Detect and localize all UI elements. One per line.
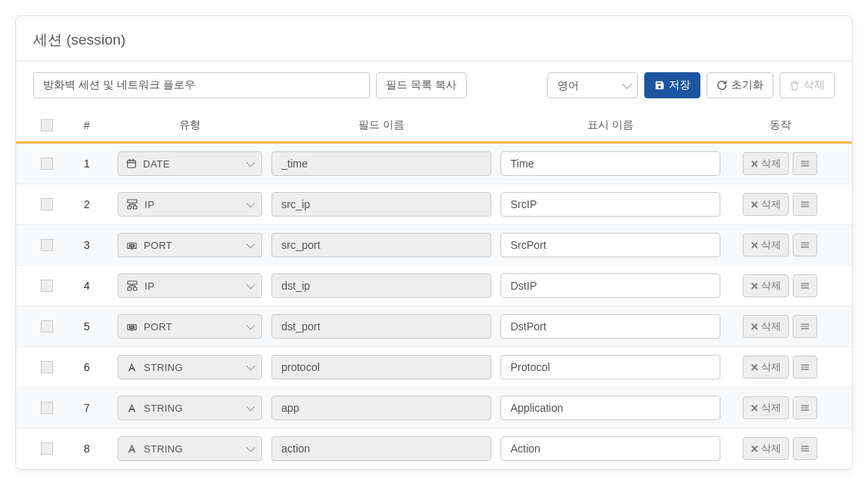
type-select[interactable]: STRING xyxy=(118,396,262,420)
field-name-input[interactable] xyxy=(271,233,491,257)
table-row: 7 STRING ✕ 삭제 xyxy=(16,388,852,429)
field-name-input[interactable] xyxy=(271,151,491,176)
table-row: 5 PORT ✕ 삭제 xyxy=(16,306,852,347)
type-select[interactable]: PORT xyxy=(118,233,262,257)
type-select[interactable]: DATE xyxy=(118,151,262,176)
field-name-input[interactable] xyxy=(271,436,491,461)
display-name-input[interactable] xyxy=(501,233,720,257)
row-index: 7 xyxy=(61,402,113,414)
type-select[interactable]: STRING xyxy=(118,355,262,379)
type-label: PORT xyxy=(144,240,172,251)
delete-button[interactable]: 삭제 xyxy=(780,72,835,98)
string-type-icon xyxy=(126,362,138,373)
delete-label: 삭제 xyxy=(803,78,825,92)
save-button[interactable]: 저장 xyxy=(644,72,700,98)
close-icon: ✕ xyxy=(750,321,759,333)
svg-rect-27 xyxy=(128,281,137,284)
ip-type-icon xyxy=(126,280,138,291)
row-drag-handle[interactable] xyxy=(793,274,817,297)
row-drag-handle[interactable] xyxy=(793,234,817,257)
save-icon xyxy=(654,80,665,91)
row-delete-label: 삭제 xyxy=(761,238,781,252)
description-input[interactable] xyxy=(33,72,370,98)
table-row: 1 DATE ✕ 삭제 xyxy=(16,144,852,184)
toolbar: 필드 목록 복사 영어 저장 초기화 xyxy=(16,61,852,109)
close-icon: ✕ xyxy=(750,158,759,170)
row-checkbox[interactable] xyxy=(41,361,53,373)
row-drag-handle[interactable] xyxy=(793,152,817,175)
column-type: 유형 xyxy=(113,118,267,132)
language-select[interactable]: 영어 xyxy=(547,72,638,98)
type-label: STRING xyxy=(144,402,183,414)
row-drag-handle[interactable] xyxy=(793,356,817,379)
port-type-icon xyxy=(126,321,138,332)
type-select[interactable]: STRING xyxy=(118,436,262,461)
type-label: STRING xyxy=(144,362,183,373)
row-delete-button[interactable]: ✕ 삭제 xyxy=(743,193,789,216)
row-delete-button[interactable]: ✕ 삭제 xyxy=(743,315,789,338)
row-delete-button[interactable]: ✕ 삭제 xyxy=(743,274,789,297)
row-delete-button[interactable]: ✕ 삭제 xyxy=(743,437,789,460)
field-name-input[interactable] xyxy=(271,314,491,339)
language-select-wrap: 영어 xyxy=(547,72,638,98)
type-select[interactable]: PORT xyxy=(118,314,262,339)
menu-icon xyxy=(800,362,810,373)
row-drag-handle[interactable] xyxy=(793,315,817,338)
row-delete-label: 삭제 xyxy=(761,360,781,374)
svg-rect-28 xyxy=(128,287,131,290)
row-delete-button[interactable]: ✕ 삭제 xyxy=(743,356,789,379)
type-select[interactable]: IP xyxy=(118,273,262,298)
svg-rect-8 xyxy=(128,206,131,209)
field-name-input[interactable] xyxy=(271,396,491,420)
copy-fields-button[interactable]: 필드 목록 복사 xyxy=(376,72,467,98)
select-all-checkbox[interactable] xyxy=(41,119,53,131)
column-action: 동작 xyxy=(725,118,835,132)
row-delete-button[interactable]: ✕ 삭제 xyxy=(743,152,789,175)
row-delete-button[interactable]: ✕ 삭제 xyxy=(743,396,789,419)
field-name-input[interactable] xyxy=(271,273,491,298)
row-delete-label: 삭제 xyxy=(761,442,781,455)
row-drag-handle[interactable] xyxy=(793,437,817,460)
reset-button[interactable]: 초기화 xyxy=(707,72,773,98)
menu-icon xyxy=(800,402,810,413)
row-index: 5 xyxy=(61,320,113,333)
display-name-input[interactable] xyxy=(501,192,720,217)
row-checkbox[interactable] xyxy=(41,239,53,251)
row-checkbox[interactable] xyxy=(41,442,53,455)
session-panel: 세션 (session) 필드 목록 복사 영어 저장 초기화 xyxy=(15,15,853,470)
svg-rect-7 xyxy=(128,200,137,203)
row-checkbox[interactable] xyxy=(41,320,53,333)
row-drag-handle[interactable] xyxy=(793,396,817,419)
menu-icon xyxy=(800,199,810,210)
field-name-input[interactable] xyxy=(271,355,491,379)
display-name-input[interactable] xyxy=(501,314,720,339)
table-row: 4 IP ✕ 삭제 xyxy=(16,266,852,306)
svg-rect-9 xyxy=(133,206,137,209)
close-icon: ✕ xyxy=(750,402,759,414)
type-select[interactable]: IP xyxy=(118,192,262,217)
display-name-input[interactable] xyxy=(501,355,720,379)
display-name-input[interactable] xyxy=(501,396,720,420)
ip-type-icon xyxy=(126,199,138,210)
table-row: 6 STRING ✕ 삭제 xyxy=(16,347,852,388)
display-name-input[interactable] xyxy=(501,273,720,298)
field-name-input[interactable] xyxy=(271,192,491,217)
column-index: # xyxy=(61,119,113,131)
type-label: STRING xyxy=(144,443,183,455)
row-drag-handle[interactable] xyxy=(793,193,817,216)
row-delete-button[interactable]: ✕ 삭제 xyxy=(743,234,789,257)
display-name-input[interactable] xyxy=(501,151,720,176)
row-delete-label: 삭제 xyxy=(761,320,781,333)
menu-icon xyxy=(800,240,810,250)
row-index: 6 xyxy=(61,361,113,373)
row-checkbox[interactable] xyxy=(41,402,53,414)
svg-rect-0 xyxy=(128,161,136,167)
reset-label: 초기화 xyxy=(731,78,763,92)
row-checkbox[interactable] xyxy=(41,280,53,292)
type-label: IP xyxy=(145,199,155,210)
menu-icon xyxy=(800,321,810,332)
row-checkbox[interactable] xyxy=(41,157,53,170)
row-checkbox[interactable] xyxy=(41,198,53,210)
trash-icon xyxy=(790,81,800,91)
display-name-input[interactable] xyxy=(501,436,720,461)
